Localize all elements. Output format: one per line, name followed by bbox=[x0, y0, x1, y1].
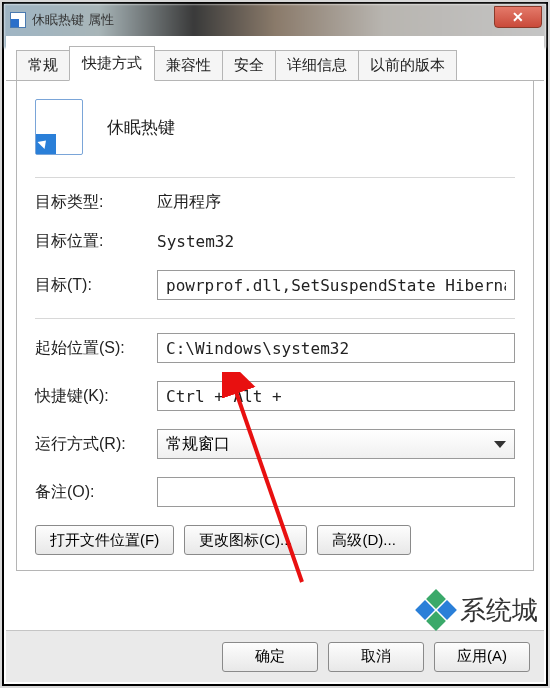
close-button[interactable]: ✕ bbox=[494, 6, 542, 28]
tab-strip: 常规 快捷方式 兼容性 安全 详细信息 以前的版本 bbox=[6, 36, 544, 81]
comment-input[interactable] bbox=[157, 477, 515, 507]
run-mode-value: 常规窗口 bbox=[166, 434, 230, 455]
start-in-input[interactable] bbox=[157, 333, 515, 363]
open-file-location-button[interactable]: 打开文件位置(F) bbox=[35, 525, 174, 555]
tab-details[interactable]: 详细信息 bbox=[275, 50, 359, 80]
tab-general[interactable]: 常规 bbox=[16, 50, 70, 80]
apply-button[interactable]: 应用(A) bbox=[434, 642, 530, 672]
start-in-label: 起始位置(S): bbox=[35, 338, 157, 359]
target-location-value: System32 bbox=[157, 232, 234, 251]
cancel-button[interactable]: 取消 bbox=[328, 642, 424, 672]
ok-button[interactable]: 确定 bbox=[222, 642, 318, 672]
target-input[interactable] bbox=[157, 270, 515, 300]
tab-compat[interactable]: 兼容性 bbox=[154, 50, 223, 80]
shortcut-key-input[interactable] bbox=[157, 381, 515, 411]
tab-shortcut[interactable]: 快捷方式 bbox=[69, 46, 155, 81]
shortcut-key-label: 快捷键(K): bbox=[35, 386, 157, 407]
target-label: 目标(T): bbox=[35, 275, 157, 296]
advanced-button[interactable]: 高级(D)... bbox=[317, 525, 410, 555]
close-icon: ✕ bbox=[512, 9, 524, 25]
target-location-label: 目标位置: bbox=[35, 231, 157, 252]
titlebar: 休眠热键 属性 ✕ bbox=[4, 4, 546, 36]
divider bbox=[35, 318, 515, 319]
tab-security[interactable]: 安全 bbox=[222, 50, 276, 80]
tab-previous[interactable]: 以前的版本 bbox=[358, 50, 457, 80]
shortcut-file-icon bbox=[10, 12, 26, 28]
window-title: 休眠热键 属性 bbox=[32, 11, 114, 29]
chevron-down-icon bbox=[494, 441, 506, 448]
divider bbox=[35, 177, 515, 178]
target-type-value: 应用程序 bbox=[157, 192, 221, 213]
shortcut-panel: 休眠热键 目标类型: 应用程序 目标位置: System32 目标(T): 起始… bbox=[16, 81, 534, 571]
change-icon-button[interactable]: 更改图标(C)... bbox=[184, 525, 307, 555]
comment-label: 备注(O): bbox=[35, 482, 157, 503]
shortcut-name: 休眠热键 bbox=[107, 116, 175, 139]
run-mode-select[interactable]: 常规窗口 bbox=[157, 429, 515, 459]
target-type-label: 目标类型: bbox=[35, 192, 157, 213]
run-mode-label: 运行方式(R): bbox=[35, 434, 157, 455]
dialog-button-bar: 确定 取消 应用(A) bbox=[6, 630, 544, 682]
shortcut-large-icon bbox=[35, 99, 83, 155]
